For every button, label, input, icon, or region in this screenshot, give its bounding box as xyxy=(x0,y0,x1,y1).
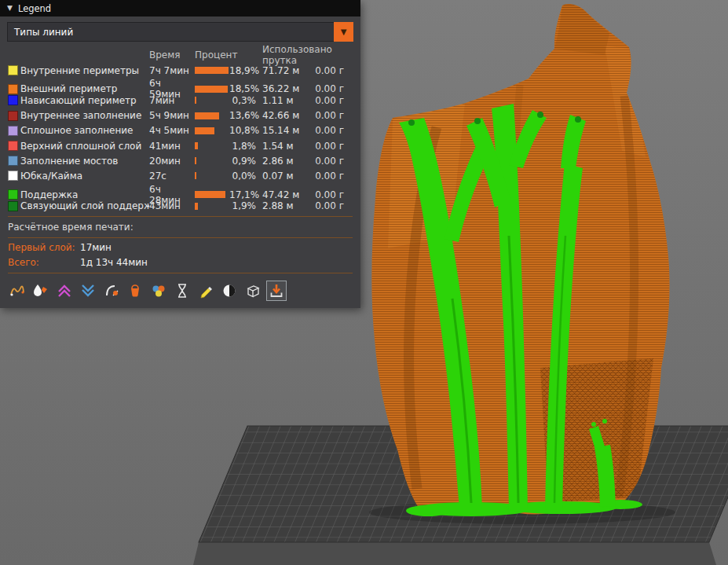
color-swatch xyxy=(8,126,18,136)
legend-row[interactable]: Внутренние периметры 7ч 7мин 18,9% 71.72… xyxy=(8,63,354,78)
row-time: 7ч 7мин xyxy=(149,65,195,76)
percent-bar xyxy=(195,67,229,74)
legend-row[interactable]: Связующий слой поддержки 43мин 1,9% 2.88… xyxy=(8,199,354,214)
row-percent: 0,3% xyxy=(229,95,258,106)
row-label: Нависающий периметр xyxy=(20,95,149,106)
legend-titlebar[interactable]: ▼ Legend xyxy=(0,0,360,17)
color-swatch xyxy=(8,65,18,75)
tool-marker-icon xyxy=(245,283,261,299)
row-length: 0.07 м xyxy=(258,171,308,182)
seams-toggle-button[interactable] xyxy=(102,281,121,300)
first-layer-value: 17мин xyxy=(80,242,112,253)
legend-row[interactable]: Верхний сплошной слой 41мин 1,8% 1.54 м … xyxy=(8,138,354,153)
seams-icon xyxy=(104,283,119,299)
legend-title: Legend xyxy=(18,3,51,14)
row-percent: 13,6% xyxy=(229,110,258,121)
collapse-icon[interactable]: ▼ xyxy=(7,5,13,12)
row-label: Юбка/Кайма xyxy=(20,171,149,182)
legend-row[interactable]: Сплошное заполнение 4ч 5мин 10,8% 15.14 … xyxy=(8,123,354,138)
legend-table: Время Процент Использовано прутка Внутре… xyxy=(0,44,360,214)
row-weight: 0.00 г xyxy=(308,95,349,106)
shells-icon xyxy=(221,283,237,299)
row-length: 42.66 м xyxy=(258,110,308,121)
color-swatch xyxy=(8,141,18,151)
col-time: Время xyxy=(149,50,195,61)
row-percent: 17,1% xyxy=(229,189,258,200)
row-length: 15.14 м xyxy=(258,125,308,136)
legend-row[interactable]: Нависающий периметр 7мин 0,3% 1.11 м 0.0… xyxy=(8,93,354,108)
color-swatch xyxy=(8,95,18,105)
row-time: 20мин xyxy=(149,156,195,167)
dropdown-arrow-button[interactable]: ▼ xyxy=(334,22,353,42)
deretractions-toggle-button[interactable] xyxy=(79,281,97,300)
legend-panel: ▼ Legend Типы линий ▼ Время Процент Испо… xyxy=(0,0,360,308)
row-time: 41мин xyxy=(149,141,195,152)
color-swatch xyxy=(8,201,18,211)
export-gcode-icon xyxy=(269,283,284,299)
export-gcode-button[interactable] xyxy=(267,281,286,300)
percent-bar xyxy=(195,172,196,179)
color-swatch xyxy=(8,111,18,121)
row-time: 27с xyxy=(149,171,195,182)
legend-row[interactable]: Заполнение мостов 20мин 0,9% 2.86 м 0.00… xyxy=(8,153,354,168)
percent-bar xyxy=(195,157,196,164)
pause-prints-toggle-button[interactable] xyxy=(173,281,192,300)
col-filament: Использовано прутка xyxy=(258,44,349,66)
row-weight: 0.00 г xyxy=(308,189,349,200)
row-percent: 10,8% xyxy=(229,125,258,136)
row-percent: 1,9% xyxy=(229,200,258,211)
row-length: 36.22 м xyxy=(258,83,308,94)
pause-prints-icon xyxy=(174,283,190,299)
color-swatch xyxy=(8,171,18,181)
retractions-icon xyxy=(57,283,72,299)
col-percent: Процент xyxy=(195,50,258,61)
first-layer-row: Первый слой: 17мин xyxy=(8,240,353,255)
legend-rows: Внутренние периметры 7ч 7мин 18,9% 71.72… xyxy=(8,63,354,214)
retractions-toggle-button[interactable] xyxy=(55,281,74,300)
row-percent: 18,9% xyxy=(229,65,258,76)
travels-icon xyxy=(9,283,25,299)
legend-toolbar xyxy=(0,276,360,308)
row-length: 2.88 м xyxy=(258,200,308,211)
legend-row[interactable]: Внешний периметр 6ч 59мин 18,5% 36.22 м … xyxy=(8,78,354,93)
percent-bar xyxy=(195,86,228,93)
row-percent: 1,8% xyxy=(229,141,258,152)
percent-bar xyxy=(195,203,198,210)
row-weight: 0.00 г xyxy=(308,141,349,152)
view-type-dropdown[interactable]: Типы линий ▼ xyxy=(7,22,353,42)
separator xyxy=(8,273,353,273)
row-label: Внутренние периметры xyxy=(20,65,149,76)
view-type-value[interactable]: Типы линий xyxy=(7,22,334,42)
row-label: Заполнение мостов xyxy=(20,156,149,167)
legend-row[interactable]: Внутреннее заполнение 5ч 9мин 13,6% 42.6… xyxy=(8,108,354,123)
percent-bar xyxy=(195,191,225,198)
custom-gcode-toggle-button[interactable] xyxy=(196,281,215,300)
legend-row[interactable]: Поддержка 6ч 28мин 17,1% 47.42 м 0.00 г xyxy=(8,184,354,199)
row-percent: 18,5% xyxy=(229,83,258,94)
row-weight: 0.00 г xyxy=(308,110,349,121)
separator xyxy=(8,237,353,238)
row-weight: 0.00 г xyxy=(308,65,349,76)
color-swatch xyxy=(8,84,18,94)
row-weight: 0.00 г xyxy=(308,171,349,182)
row-weight: 0.00 г xyxy=(308,200,349,211)
row-label: Сплошное заполнение xyxy=(20,125,149,136)
row-weight: 0.00 г xyxy=(308,156,349,167)
percent-bar xyxy=(195,112,219,119)
shells-toggle-button[interactable] xyxy=(220,281,239,300)
tool-marker-toggle-button[interactable] xyxy=(243,281,262,300)
row-label: Связующий слой поддержки xyxy=(20,200,149,211)
color-changes-icon xyxy=(151,283,166,299)
color-changes-toggle-button[interactable] xyxy=(149,281,168,300)
tool-changes-icon xyxy=(127,283,143,299)
tool-changes-toggle-button[interactable] xyxy=(126,281,145,300)
deretractions-icon xyxy=(80,283,96,299)
row-percent: 0,9% xyxy=(229,156,258,167)
row-length: 1.54 м xyxy=(258,141,308,152)
row-length: 71.72 м xyxy=(258,65,308,76)
wipe-toggle-button[interactable] xyxy=(31,281,50,300)
travels-toggle-button[interactable] xyxy=(8,281,27,300)
legend-row[interactable]: Юбка/Кайма 27с 0,0% 0.07 м 0.00 г xyxy=(8,168,354,183)
row-percent: 0,0% xyxy=(229,171,258,182)
print-time-summary: Расчётное время печати: xyxy=(0,219,360,235)
